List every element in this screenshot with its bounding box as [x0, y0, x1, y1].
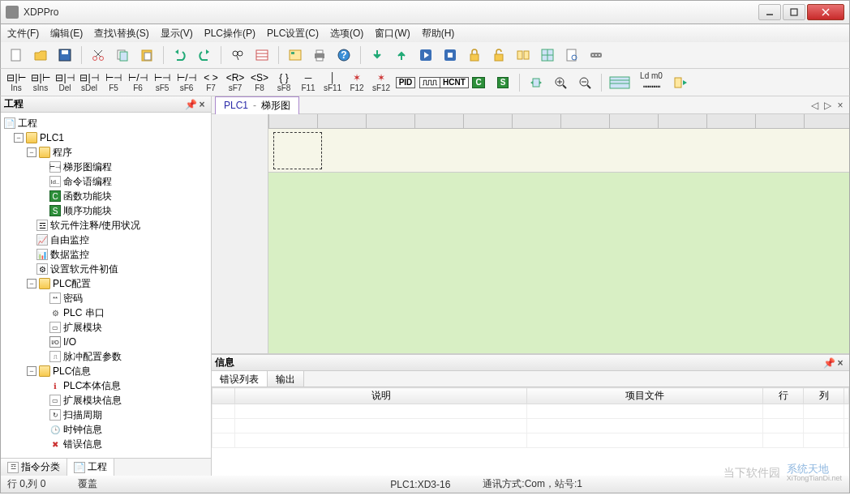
- tab-prev-button[interactable]: ◁: [809, 100, 820, 111]
- table-row[interactable]: [212, 404, 849, 419]
- maximize-button[interactable]: [783, 4, 805, 20]
- collapse-icon[interactable]: −: [14, 133, 24, 143]
- col-icon[interactable]: [212, 388, 235, 404]
- c-block-button[interactable]: C: [468, 72, 489, 93]
- undo-button[interactable]: [170, 45, 191, 66]
- col-col[interactable]: 列: [804, 388, 844, 404]
- menu-window[interactable]: 窗口(W): [375, 27, 410, 41]
- tree-program[interactable]: −程序: [2, 145, 209, 160]
- lock-button[interactable]: [464, 45, 485, 66]
- cut-button[interactable]: [88, 45, 109, 66]
- ldm0-button[interactable]: Ld m0┉┉┉: [635, 72, 668, 93]
- find-button[interactable]: [227, 45, 248, 66]
- paste-button[interactable]: [136, 45, 157, 66]
- menu-plc-settings[interactable]: PLC设置(C): [267, 27, 319, 41]
- sf6-button[interactable]: ⊢/⊣sF6: [176, 72, 197, 93]
- tree-instruction[interactable]: ld..命令语编程: [2, 174, 209, 189]
- tree-freewatch[interactable]: 📈自由监控: [2, 233, 209, 247]
- tree-plcserial[interactable]: ⚙PLC 串口: [2, 305, 209, 320]
- upload-button[interactable]: [391, 45, 412, 66]
- menu-options[interactable]: 选项(O): [330, 27, 363, 41]
- f8-button[interactable]: <S>F8: [249, 72, 270, 93]
- table-row[interactable]: [212, 434, 849, 448]
- zoom-out-button[interactable]: [574, 72, 595, 93]
- tree-extinfo[interactable]: ▭扩展模块信息: [2, 393, 209, 408]
- tab-next-button[interactable]: ▷: [822, 100, 833, 111]
- tree-setinit[interactable]: ⚙设置软元件初值: [2, 262, 209, 276]
- list-button[interactable]: [607, 72, 632, 93]
- f12-button[interactable]: ✶F12: [346, 72, 367, 93]
- col-extra[interactable]: [844, 388, 849, 404]
- tree-pulseparam[interactable]: ⎍脉冲配置参数: [2, 349, 209, 364]
- tab-error-list[interactable]: 错误列表: [212, 371, 268, 387]
- menu-edit[interactable]: 编辑(E): [50, 27, 83, 41]
- close-button[interactable]: [807, 4, 844, 20]
- f11-button[interactable]: ─F11: [298, 72, 319, 93]
- tree-io[interactable]: I/OI/O: [2, 335, 209, 349]
- doc-tab-plc1[interactable]: PLC1 - 梯形图: [215, 96, 299, 114]
- collapse-icon[interactable]: −: [27, 366, 36, 376]
- tab-project[interactable]: 📄工程: [67, 459, 114, 476]
- tree-plcconfig[interactable]: −PLC配置: [2, 276, 209, 291]
- table-row[interactable]: [212, 419, 849, 434]
- s-block-button[interactable]: S: [492, 72, 513, 93]
- save-button[interactable]: [54, 45, 75, 66]
- tree-ladder[interactable]: ⊢⊣梯形图编程: [2, 160, 209, 174]
- pin-icon[interactable]: 📌: [823, 357, 835, 369]
- close-pane-button[interactable]: ×: [196, 99, 208, 110]
- col-row[interactable]: 行: [763, 388, 804, 404]
- tree-seqblock[interactable]: S顺序功能块: [2, 203, 209, 218]
- f5-button[interactable]: ⊢⊣F5: [103, 72, 124, 93]
- unlock-button[interactable]: [488, 45, 509, 66]
- block-button[interactable]: [285, 45, 306, 66]
- compare-button[interactable]: [513, 45, 534, 66]
- new-button[interactable]: [6, 45, 27, 66]
- sf11-button[interactable]: │sF11: [322, 72, 343, 93]
- run-button[interactable]: [415, 45, 436, 66]
- ins-button[interactable]: ⊟|⊢Ins: [6, 72, 27, 93]
- sf7-button[interactable]: <R>sF7: [225, 72, 246, 93]
- tree-datawatch[interactable]: 📊数据监控: [2, 247, 209, 262]
- grid-button[interactable]: [537, 45, 558, 66]
- stop-button[interactable]: [440, 45, 461, 66]
- ladder-editor[interactable]: [212, 114, 849, 354]
- tab-instruction-class[interactable]: ☲指令分类: [1, 459, 67, 476]
- redo-button[interactable]: [194, 45, 215, 66]
- help-button[interactable]: ?: [333, 45, 354, 66]
- hcnt-button[interactable]: HCNT: [444, 72, 465, 93]
- convert-button[interactable]: [671, 72, 692, 93]
- sdel-button[interactable]: ⊟|⊣sDel: [79, 72, 100, 93]
- tab-close-button[interactable]: ×: [835, 100, 846, 111]
- tree-plcinfo[interactable]: −PLC信息: [2, 364, 209, 378]
- del-button[interactable]: ⊟|⊣Del: [54, 72, 75, 93]
- tree-funcblock[interactable]: C函数功能块: [2, 189, 209, 203]
- collapse-icon[interactable]: −: [27, 147, 36, 157]
- project-tree[interactable]: 📄工程 −PLC1 −程序 ⊢⊣梯形图编程 ld..命令语编程 C函数功能块 S…: [1, 113, 211, 458]
- sf12-button[interactable]: ✶sF12: [371, 72, 392, 93]
- pid-button[interactable]: PID: [395, 72, 416, 93]
- menu-find-replace[interactable]: 查找\替换(S): [94, 27, 148, 41]
- tree-password[interactable]: **密码: [2, 291, 209, 305]
- tree-errorinfo[interactable]: ✖错误信息: [2, 437, 209, 451]
- minimize-button[interactable]: [758, 4, 781, 20]
- pulse-button[interactable]: ⎍⎍⎍: [419, 72, 440, 93]
- error-grid[interactable]: 说明 项目文件 行 列: [212, 387, 849, 476]
- sf5-button[interactable]: ⊢⊣sF5: [152, 72, 173, 93]
- tree-clockinfo[interactable]: 🕒时钟信息: [2, 422, 209, 437]
- fit-width-button[interactable]: [526, 72, 547, 93]
- tree-plcbody[interactable]: ℹPLC本体信息: [2, 378, 209, 393]
- form-button[interactable]: [251, 45, 273, 66]
- menu-plc-operate[interactable]: PLC操作(P): [204, 27, 255, 41]
- f7-button[interactable]: < >F7: [200, 72, 221, 93]
- f6-button[interactable]: ⊢/⊣F6: [127, 72, 148, 93]
- pin-icon[interactable]: 📌: [185, 99, 196, 110]
- menu-help[interactable]: 帮助(H): [422, 27, 455, 41]
- sins-button[interactable]: ⊟|⊢sIns: [30, 72, 51, 93]
- tree-comment[interactable]: ☲软元件注释/使用状况: [2, 218, 209, 233]
- editor-selection[interactable]: [273, 132, 322, 169]
- preview-button[interactable]: [561, 45, 582, 66]
- serial-button[interactable]: [586, 45, 607, 66]
- zoom-in-button[interactable]: [550, 72, 571, 93]
- open-button[interactable]: [30, 45, 51, 66]
- col-desc[interactable]: 说明: [235, 388, 527, 404]
